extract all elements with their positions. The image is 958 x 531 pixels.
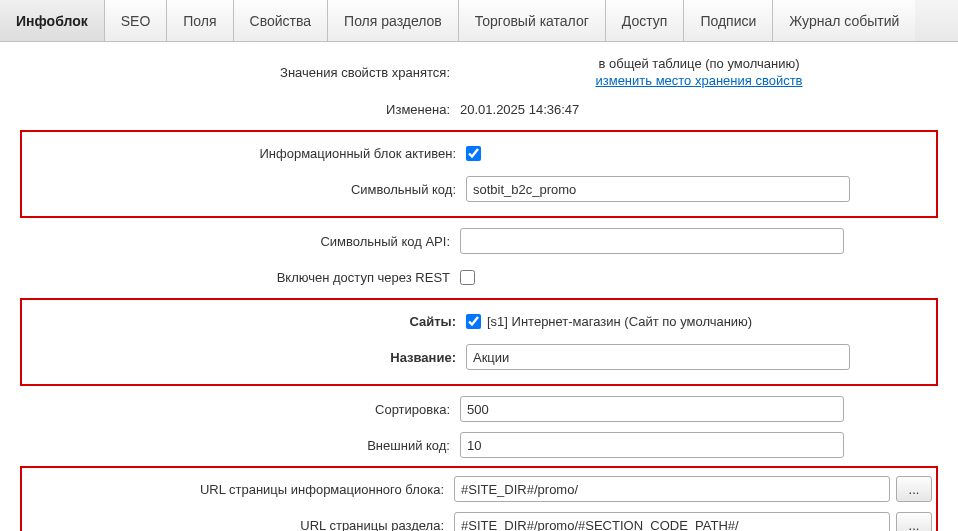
tab-access[interactable]: Доступ bbox=[606, 0, 685, 41]
tab-catalog[interactable]: Торговый каталог bbox=[459, 0, 606, 41]
name-label: Название: bbox=[26, 350, 466, 365]
site-label-text: [s1] Интернет-магазин (Сайт по умолчанию… bbox=[487, 314, 752, 329]
url-section-label: URL страницы раздела: bbox=[26, 518, 454, 532]
tab-seo[interactable]: SEO bbox=[105, 0, 168, 41]
url-iblock-input[interactable] bbox=[454, 476, 890, 502]
url-section-more-button[interactable]: ... bbox=[896, 512, 932, 531]
active-label: Информационный блок активен: bbox=[26, 146, 466, 161]
rest-checkbox[interactable] bbox=[460, 270, 475, 285]
xml-id-input[interactable] bbox=[460, 432, 844, 458]
tab-event-log[interactable]: Журнал событий bbox=[773, 0, 915, 41]
rest-label: Включен доступ через REST bbox=[20, 270, 460, 285]
xml-id-label: Внешний код: bbox=[20, 438, 460, 453]
tab-section-fields[interactable]: Поля разделов bbox=[328, 0, 459, 41]
code-input[interactable] bbox=[466, 176, 850, 202]
site-checkbox[interactable] bbox=[466, 314, 481, 329]
highlight-urls: URL страницы информационного блока: ... … bbox=[20, 466, 938, 531]
tab-fields[interactable]: Поля bbox=[167, 0, 233, 41]
sort-label: Сортировка: bbox=[20, 402, 460, 417]
highlight-sites-name: Сайты: [s1] Интернет-магазин (Сайт по ум… bbox=[20, 298, 938, 386]
tab-captions[interactable]: Подписи bbox=[684, 0, 773, 41]
api-code-input[interactable] bbox=[460, 228, 844, 254]
changed-value: 20.01.2025 14:36:47 bbox=[460, 102, 579, 117]
form-content: Значения свойств хранятся: в общей табли… bbox=[0, 42, 958, 531]
props-stored-label: Значения свойств хранятся: bbox=[20, 65, 460, 80]
name-input[interactable] bbox=[466, 344, 850, 370]
tab-infoblock[interactable]: Инфоблок bbox=[0, 0, 105, 41]
url-iblock-more-button[interactable]: ... bbox=[896, 476, 932, 502]
api-code-label: Символьный код API: bbox=[20, 234, 460, 249]
sites-label: Сайты: bbox=[26, 314, 466, 329]
tabs-bar: Инфоблок SEO Поля Свойства Поля разделов… bbox=[0, 0, 958, 42]
url-iblock-label: URL страницы информационного блока: bbox=[26, 482, 454, 497]
highlight-active-code: Информационный блок активен: Символьный … bbox=[20, 130, 938, 218]
props-change-link[interactable]: изменить место хранения свойств bbox=[595, 73, 802, 88]
url-section-input[interactable] bbox=[454, 512, 890, 531]
props-stored-value: в общей таблице (по умолчанию) bbox=[598, 56, 799, 71]
tab-properties[interactable]: Свойства bbox=[234, 0, 328, 41]
code-label: Символьный код: bbox=[26, 182, 466, 197]
changed-label: Изменена: bbox=[20, 102, 460, 117]
sort-input[interactable] bbox=[460, 396, 844, 422]
active-checkbox[interactable] bbox=[466, 146, 481, 161]
